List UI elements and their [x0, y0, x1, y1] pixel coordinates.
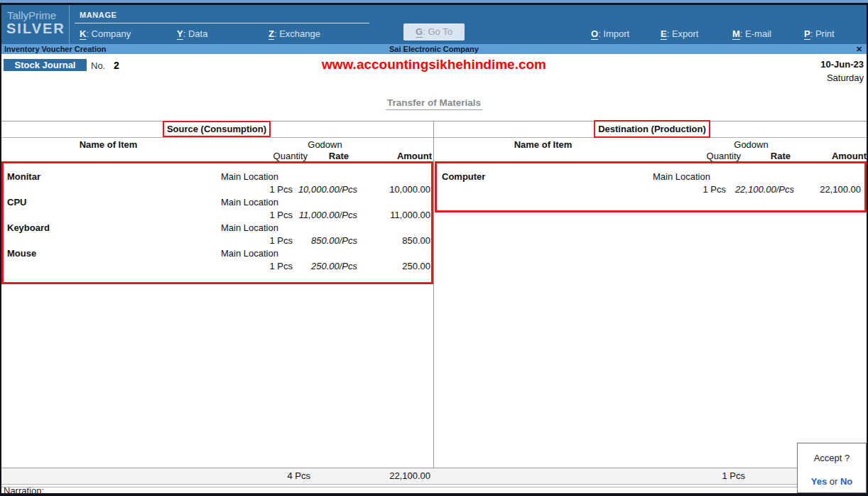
source-panel-title: Source (Consumption)	[163, 121, 271, 137]
menu-data-label: : Data	[183, 28, 208, 39]
menu-import[interactable]: O: Import	[591, 28, 629, 39]
website-watermark: www.accountingsikhehindime.com	[0, 57, 868, 72]
voucher-date-field[interactable]: 10-Jun-23	[820, 59, 864, 70]
product-name: TallyPrime	[7, 9, 56, 21]
menu-import-label: : Import	[598, 28, 629, 39]
menu-exchange[interactable]: Z: Exchange	[268, 28, 320, 39]
brand-divider	[69, 5, 70, 44]
destination-col-godown: Godown	[717, 139, 785, 150]
destination-total-quantity: 1 Pcs	[722, 470, 745, 481]
accept-dialog-actions: Yes or No	[798, 476, 866, 487]
hotkey-o: O	[591, 28, 598, 39]
table-top-rule	[0, 121, 868, 122]
source-col-name: Name of Item	[43, 139, 174, 150]
menu-export[interactable]: E: Export	[661, 28, 698, 39]
accept-yes-button[interactable]: Yes	[811, 476, 827, 487]
source-total-quantity: 4 Pcs	[287, 470, 310, 481]
source-col-godown: Godown	[291, 139, 359, 150]
totals-bottom-rule-2	[0, 487, 868, 487]
hotkey-g: G	[416, 26, 423, 37]
window-left-border	[0, 5, 1, 493]
edition-name: SILVER	[6, 21, 65, 37]
menu-exchange-label: : Exchange	[274, 28, 320, 39]
close-icon[interactable]: ✕	[856, 44, 862, 54]
voucher-day: Saturday	[827, 72, 864, 83]
menu-company-label: : Company	[86, 28, 131, 39]
hotkey-e: E	[661, 28, 667, 39]
window-bottom-border	[0, 493, 868, 496]
goto-button[interactable]: G: Go To	[403, 23, 465, 41]
accept-no-button[interactable]: No	[840, 476, 852, 487]
destination-panel-title: Destination (Production)	[594, 120, 710, 138]
menu-print[interactable]: P: Print	[804, 28, 835, 39]
company-name: Sai Electronic Company	[0, 44, 868, 54]
destination-col-rate: Rate	[771, 151, 791, 161]
destination-col-amount: Amount	[832, 151, 867, 161]
goto-button-label: : Go To	[423, 26, 452, 37]
destination-col-quantity: Quantity	[707, 151, 741, 161]
source-col-quantity: Quantity	[273, 151, 308, 161]
menu-email-label: : E-mail	[740, 28, 771, 39]
header-rule	[0, 137, 868, 138]
source-total-amount: 22,100.00	[389, 470, 430, 481]
source-col-amount: Amount	[397, 151, 432, 161]
manage-section-label: MANAGE	[80, 11, 117, 19]
source-items-highlight-box	[1, 161, 433, 284]
source-col-rate: Rate	[329, 151, 349, 161]
manage-underline	[75, 23, 369, 23]
accept-or-label: or	[830, 476, 838, 487]
menu-export-label: : Export	[667, 28, 699, 39]
hotkey-k: K	[80, 28, 86, 39]
voucher-heading: Transfer of Materials	[386, 97, 482, 110]
destination-col-name: Name of Item	[477, 139, 609, 150]
hotkey-m: M	[732, 28, 740, 39]
menu-print-label: : Print	[810, 28, 835, 39]
totals-top-rule	[0, 468, 868, 468]
accept-dialog-title: Accept ?	[798, 453, 866, 463]
accept-dialog: Accept ? Yes or No	[797, 443, 867, 493]
hotkey-p: P	[804, 28, 810, 39]
voucher-heading-wrap: Transfer of Materials	[0, 96, 868, 110]
hotkey-z: Z	[268, 28, 274, 39]
menu-email[interactable]: M: E-mail	[732, 28, 771, 39]
panel-divider	[433, 121, 434, 485]
menu-data[interactable]: Y: Data	[177, 28, 207, 39]
tallyprime-window: TallyPrime SILVER MANAGE K: Company Y: D…	[0, 0, 868, 496]
totals-bottom-rule-1	[0, 484, 868, 485]
menu-company[interactable]: K: Company	[80, 28, 131, 39]
destination-items-highlight-box	[435, 161, 867, 212]
hotkey-y: Y	[177, 28, 183, 39]
